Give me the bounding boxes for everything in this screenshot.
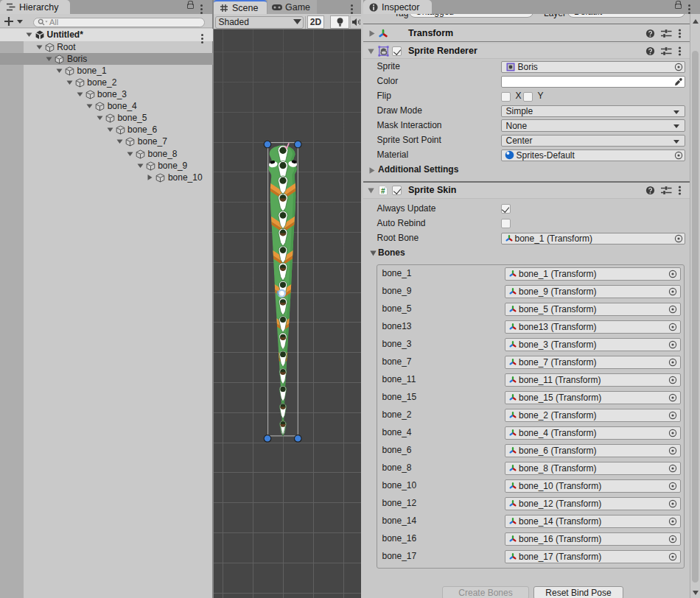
svg-text:#: # bbox=[381, 187, 385, 195]
